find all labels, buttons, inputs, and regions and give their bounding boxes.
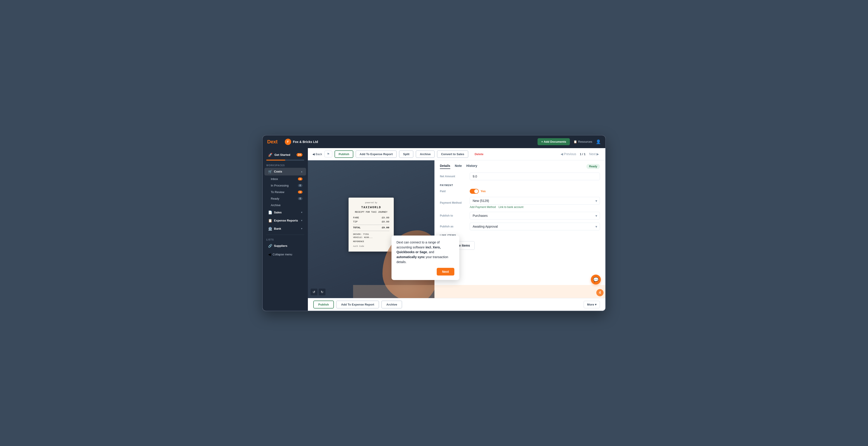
chat-icon: 💬 <box>593 277 599 282</box>
resources-label: Resources <box>578 140 592 143</box>
receipt-vehicle-row: VEHICLE: N330... <box>353 236 389 239</box>
sidebar-item-get-started[interactable]: 🚀 Get Started 2/4 <box>265 151 306 159</box>
bottom-publish-button[interactable]: Publish <box>313 301 334 308</box>
details-pane: Details Note History Ready Net Amount PA… <box>434 160 605 298</box>
suppliers-label: Suppliers <box>274 244 303 247</box>
split-button[interactable]: Split <box>399 150 413 158</box>
costs-icon: 🛒 <box>268 170 272 174</box>
publish-to-wrapper: Purchases <box>470 212 600 219</box>
sidebar-item-expense-reports[interactable]: 📋 Expense Reports ▾ <box>265 217 306 225</box>
publish-to-label: Publish to <box>440 214 467 217</box>
delete-button[interactable]: Delete <box>471 150 488 158</box>
sidebar-item-in-processing[interactable]: In Processing 0 <box>265 182 306 188</box>
archive-button[interactable]: Archive <box>416 150 435 158</box>
back-label: Back <box>315 152 322 156</box>
add-documents-button[interactable]: + Add Documents <box>537 138 569 145</box>
receipt-driver-row: DRIVER: 77251 <box>353 233 389 236</box>
convert-to-sales-button[interactable]: Convert to Sales <box>437 150 468 158</box>
progress-bar-container <box>266 160 304 161</box>
paid-toggle[interactable] <box>470 189 479 194</box>
toolbar: ◀ Back ⚑ Publish Add To Expense Report S… <box>308 148 605 160</box>
receipt-title: RECEIPT FOR TAXI JOURNEY <box>353 210 389 214</box>
receipt-driver-value: 77251 <box>363 233 369 236</box>
paid-row: Paid Yes <box>440 189 600 194</box>
sidebar-item-suppliers[interactable]: 🔗 Suppliers <box>265 242 306 250</box>
receipt-paper: powered by TAXIWORLD RECEIPT FOR TAXI JO… <box>348 198 394 252</box>
next-button[interactable]: Next ▶ <box>587 151 601 157</box>
tab-history[interactable]: History <box>466 164 477 169</box>
bottom-add-expense-button[interactable]: Add To Expense Report <box>336 301 379 308</box>
app-logo: Dext <box>267 139 278 145</box>
user-icon[interactable]: 👤 <box>596 139 601 144</box>
sidebar-item-inbox[interactable]: Inbox 1 <box>265 176 306 182</box>
step-badge: 4 <box>596 289 603 296</box>
company-icon: F <box>285 139 291 145</box>
publish-as-select[interactable]: Awaiting Approval <box>470 222 600 230</box>
tab-note[interactable]: Note <box>455 164 462 169</box>
expense-reports-label: Expense Reports <box>274 219 299 222</box>
net-amount-label: Net Amount <box>440 175 467 178</box>
sidebar-item-archive[interactable]: Archive <box>265 202 306 208</box>
receipt-tip-row: TIP £0.00 <box>353 220 389 224</box>
costs-chevron-icon: ▴ <box>301 170 303 173</box>
doc-details-row: powered by TAXIWORLD RECEIPT FOR TAXI JO… <box>308 160 605 298</box>
sidebar-item-ready[interactable]: Ready 0 <box>265 196 306 202</box>
publish-to-select[interactable]: Purchases <box>470 212 600 219</box>
add-payment-method-link[interactable]: Add Payment Method <box>470 206 496 209</box>
rotate-right-button[interactable]: ↻ <box>319 288 326 296</box>
top-bar: Dext F Fox & Bricks Ltd + Add Documents … <box>263 136 605 148</box>
back-button[interactable]: ◀ Back <box>312 152 322 156</box>
sidebar-item-to-review[interactable]: To Review 1 <box>265 189 306 195</box>
sidebar-item-sales[interactable]: 📄 Sales ▾ <box>265 209 306 216</box>
suppliers-icon: 🔗 <box>268 244 272 248</box>
collapse-menu-item[interactable]: ◀ Collapse menu <box>265 250 306 258</box>
inbox-count: 1 <box>298 177 303 180</box>
receipt-total-value: £9.00 <box>382 226 389 230</box>
rocket-icon: 🚀 <box>268 153 273 157</box>
bottom-more-button[interactable]: More ▾ <box>584 301 600 308</box>
tooltip-next-button[interactable]: Next <box>437 268 454 275</box>
resources-icon: 📋 <box>574 140 577 143</box>
sales-label: Sales <box>274 211 299 214</box>
receipt-total-row: TOTAL £9.00 <box>353 226 389 230</box>
receipt-driver-label: DRIVER: <box>353 233 362 236</box>
expense-reports-icon: 📋 <box>268 218 272 222</box>
add-expense-button[interactable]: Add To Expense Report <box>355 150 397 158</box>
publish-as-field: Awaiting Approval <box>470 222 600 230</box>
progress-bar-fill <box>266 160 285 161</box>
ready-label: Ready <box>271 197 279 200</box>
bank-label: Bank <box>274 227 299 230</box>
flag-button[interactable]: ⚑ <box>324 150 332 158</box>
receipt-fare-value: £9.00 <box>382 216 389 220</box>
publish-as-row: Publish as Awaiting Approval <box>440 222 600 230</box>
get-started-progress: 2/4 <box>297 153 303 157</box>
to-review-count: 1 <box>298 191 303 194</box>
bottom-archive-button[interactable]: Archive <box>381 301 402 308</box>
payment-section-heading: PAYMENT <box>440 184 600 186</box>
sidebar-item-bank[interactable]: 🏦 Bank ▾ <box>265 225 306 233</box>
sidebar-item-costs[interactable]: 🛒 Costs ▴ <box>265 168 306 175</box>
page-counter: 1 / 1 <box>580 152 585 156</box>
net-amount-input[interactable] <box>470 173 600 180</box>
receipt-auth: Auth Code <box>353 245 389 248</box>
tab-details[interactable]: Details <box>440 164 450 169</box>
receipt-fare-label: FARE <box>353 216 359 220</box>
chat-fab-button[interactable]: 💬 <box>591 275 601 284</box>
publish-as-wrapper: Awaiting Approval <box>470 222 600 230</box>
in-processing-label: In Processing <box>271 184 289 187</box>
receipt-tip-label: TIP <box>353 220 358 224</box>
details-tabs: Details Note History Ready <box>440 164 600 169</box>
previous-button[interactable]: ◀ Previous <box>559 151 578 157</box>
resources-link[interactable]: 📋 Resources <box>574 140 592 143</box>
receipt-reference: REFERENCE <box>353 240 389 243</box>
sales-icon: 📄 <box>268 210 272 214</box>
rotate-left-button[interactable]: ↺ <box>311 288 317 296</box>
receipt-tip-value: £0.00 <box>382 220 389 224</box>
link-bank-account-link[interactable]: Link to bank account <box>498 206 523 209</box>
net-amount-row: Net Amount <box>440 173 600 180</box>
receipt-company: TAXIWORLD <box>353 205 389 210</box>
payment-method-row: Payment Method New (5129) Add Payment Me… <box>440 197 600 209</box>
publish-button[interactable]: Publish <box>335 150 353 158</box>
payment-method-select[interactable]: New (5129) <box>470 197 600 205</box>
company-name: Fox & Bricks Ltd <box>293 140 318 144</box>
